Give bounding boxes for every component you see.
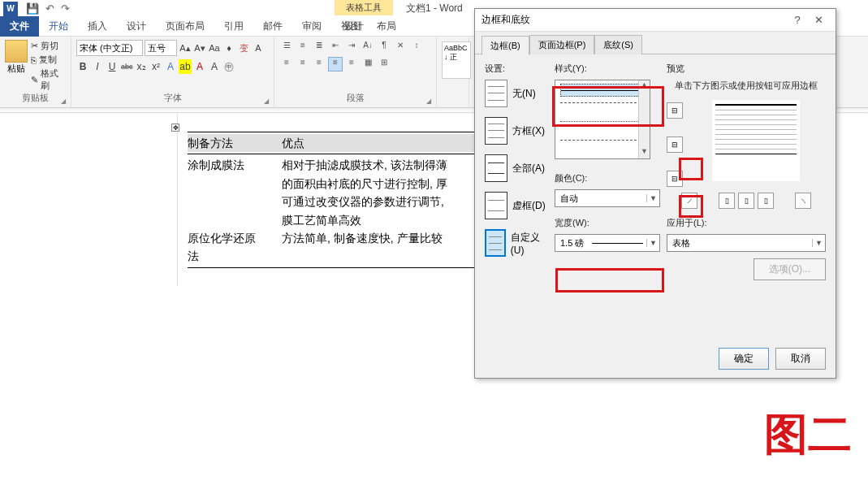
paragraph-launcher-icon[interactable]: ◢ <box>426 98 434 106</box>
char-shading-icon[interactable]: A <box>208 59 221 74</box>
settings-column: 设置: 无(N) 方框(X) 全部(A) 虚框(D) 自定义(U) <box>485 63 548 332</box>
azn-icon[interactable]: ✕ <box>393 40 408 54</box>
cut-button[interactable]: ✂ 剪切 <box>31 40 66 52</box>
table-cell[interactable]: 相对于抽滤成膜技术, 该法制得薄 的面积由衬底的尺寸进行控制, 厚 可通过改变仪… <box>282 156 492 229</box>
group-label-clipboard: 剪贴板 <box>5 92 66 104</box>
text-effect-icon[interactable]: A <box>164 59 177 74</box>
scrollbar[interactable]: ▲▼ <box>638 80 650 158</box>
preview-canvas[interactable] <box>712 100 800 181</box>
setting-all[interactable]: 全部(A) <box>485 154 548 182</box>
italic-button[interactable]: I <box>91 59 104 74</box>
bold-button[interactable]: B <box>76 59 89 74</box>
phonetic-icon[interactable]: 变 <box>237 41 250 55</box>
subscript-button[interactable]: x₂ <box>135 59 148 74</box>
indent-dec-icon[interactable]: ⇤ <box>328 40 343 54</box>
borders-icon[interactable]: ⊞ <box>377 57 391 72</box>
undo-icon[interactable]: ↶ <box>45 2 54 15</box>
document-page[interactable]: ✥ 制备方法 优点 涂制成膜法 相对于抽滤成膜技术, 该法制得薄 的面积由衬底的… <box>177 114 502 286</box>
table-move-handle-icon[interactable]: ✥ <box>171 124 179 132</box>
shrink-font-icon[interactable]: A▾ <box>193 41 206 55</box>
superscript-button[interactable]: x² <box>149 59 162 74</box>
font-size-combo[interactable]: 五号 <box>145 40 177 56</box>
table-cell[interactable]: 涂制成膜法 <box>188 156 282 229</box>
distribute-icon[interactable]: ≡ <box>344 57 359 72</box>
setting-none[interactable]: 无(N) <box>485 80 548 107</box>
save-icon[interactable]: 💾 <box>26 2 39 15</box>
tab-shading[interactable]: 底纹(S) <box>594 35 642 54</box>
table-cell[interactable]: 方法简单, 制备速度快, 产量比较 <box>282 229 492 266</box>
contextual-tab-label: 表格工具 <box>335 0 393 15</box>
format-painter-button[interactable]: ✎ 格式刷 <box>31 67 66 92</box>
tab-file[interactable]: 文件 <box>0 16 39 37</box>
color-label: 颜色(C): <box>555 172 660 184</box>
width-combo[interactable]: 1.5 磅 ▼ <box>555 234 660 252</box>
preview-bottom-border-button[interactable]: ⊟ <box>667 171 683 187</box>
preview-top-border-button[interactable]: ⊟ <box>667 102 683 119</box>
ok-button[interactable]: 确定 <box>719 348 769 370</box>
tab-references[interactable]: 引用 <box>214 16 253 37</box>
table-cell[interactable]: 原位化学还原 法 <box>188 229 282 266</box>
preview-inner-h-button[interactable]: ⊟ <box>667 136 683 153</box>
grow-font-icon[interactable]: A▴ <box>179 41 192 55</box>
numbering-icon[interactable]: ≡ <box>296 40 310 54</box>
font-launcher-icon[interactable]: ◢ <box>264 98 272 106</box>
dialog-tabs: 边框(B) 页面边框(P) 底纹(S) <box>475 32 836 54</box>
setting-custom[interactable]: 自定义(U) <box>485 229 548 257</box>
tab-mailings[interactable]: 邮件 <box>253 16 292 37</box>
tab-page-layout[interactable]: 页面布局 <box>156 16 214 37</box>
preview-diag1-button[interactable]: ⟋ <box>681 193 697 209</box>
color-combo[interactable]: 自动▼ <box>555 189 660 207</box>
borders-shading-dialog: 边框和底纹 ? ✕ 边框(B) 页面边框(P) 底纹(S) 设置: 无(N) 方… <box>474 8 836 379</box>
copy-button[interactable]: ⎘ 复制 <box>31 54 66 66</box>
dialog-titlebar: 边框和底纹 ? ✕ <box>475 9 836 32</box>
figure-label: 图二 <box>764 405 852 465</box>
style-gallery-item[interactable]: AaBbC ↓ 正 <box>442 41 471 79</box>
width-label: 宽度(W): <box>555 217 660 229</box>
style-column: 样式(Y): ▲▼ 颜色(C): 自动▼ 宽度(W): 1.5 磅 ▼ <box>555 63 660 332</box>
tab-border[interactable]: 边框(B) <box>482 36 529 55</box>
align-center-icon[interactable]: ≡ <box>296 57 310 72</box>
bullets-icon[interactable]: ☰ <box>279 40 294 54</box>
tab-review[interactable]: 审阅 <box>292 16 331 37</box>
redo-icon[interactable]: ↷ <box>61 2 70 15</box>
strike-button[interactable]: abc <box>120 59 133 74</box>
preview-left-button[interactable]: ▯ <box>719 193 735 209</box>
table-header-cell[interactable]: 优点 <box>282 134 492 152</box>
preview-right-button[interactable]: ▯ <box>758 193 774 209</box>
line-spacing-icon[interactable]: ↕ <box>409 40 424 54</box>
preview-inner-v-button[interactable]: ▯ <box>738 193 754 209</box>
table-header-cell[interactable]: 制备方法 <box>188 134 282 152</box>
cancel-button[interactable]: 取消 <box>775 348 826 370</box>
change-case-icon[interactable]: Aa <box>208 41 221 55</box>
enclose-char-icon[interactable]: ㊥ <box>222 59 235 74</box>
setting-grid[interactable]: 虚框(D) <box>485 192 548 219</box>
tab-home[interactable]: 开始 <box>39 16 78 37</box>
preview-diag2-button[interactable]: ⟍ <box>795 193 811 209</box>
shading-icon[interactable]: ▦ <box>361 57 375 72</box>
align-justify-icon[interactable]: ≡ <box>328 57 343 72</box>
underline-button[interactable]: U <box>106 59 119 74</box>
clipboard-launcher-icon[interactable]: ◢ <box>61 98 69 106</box>
highlight-icon[interactable]: ab <box>179 59 192 74</box>
char-border-icon[interactable]: A <box>252 41 265 55</box>
applyto-combo[interactable]: 表格▼ <box>667 234 826 252</box>
paste-button[interactable]: 粘贴 <box>5 40 28 92</box>
sort-icon[interactable]: A↓ <box>361 40 375 54</box>
style-listbox[interactable]: ▲▼ <box>555 80 650 159</box>
tab-ctx-layout[interactable]: 布局 <box>367 16 406 37</box>
multilevel-icon[interactable]: ≣ <box>312 40 326 54</box>
tab-page-border[interactable]: 页面边框(P) <box>529 35 595 54</box>
tab-design[interactable]: 设计 <box>117 16 156 37</box>
options-button: 选项(O)... <box>754 258 826 280</box>
indent-inc-icon[interactable]: ⇥ <box>344 40 359 54</box>
clear-format-icon[interactable]: ♦ <box>222 41 235 55</box>
help-icon[interactable]: ? <box>787 14 808 26</box>
close-icon[interactable]: ✕ <box>808 14 829 26</box>
setting-box[interactable]: 方框(X) <box>485 117 548 145</box>
font-color-icon[interactable]: A <box>193 59 206 74</box>
align-left-icon[interactable]: ≡ <box>279 57 294 72</box>
align-right-icon[interactable]: ≡ <box>312 57 326 72</box>
show-marks-icon[interactable]: ¶ <box>377 40 391 54</box>
tab-insert[interactable]: 插入 <box>78 16 117 37</box>
font-name-combo[interactable]: 宋体 (中文正) <box>76 40 143 56</box>
